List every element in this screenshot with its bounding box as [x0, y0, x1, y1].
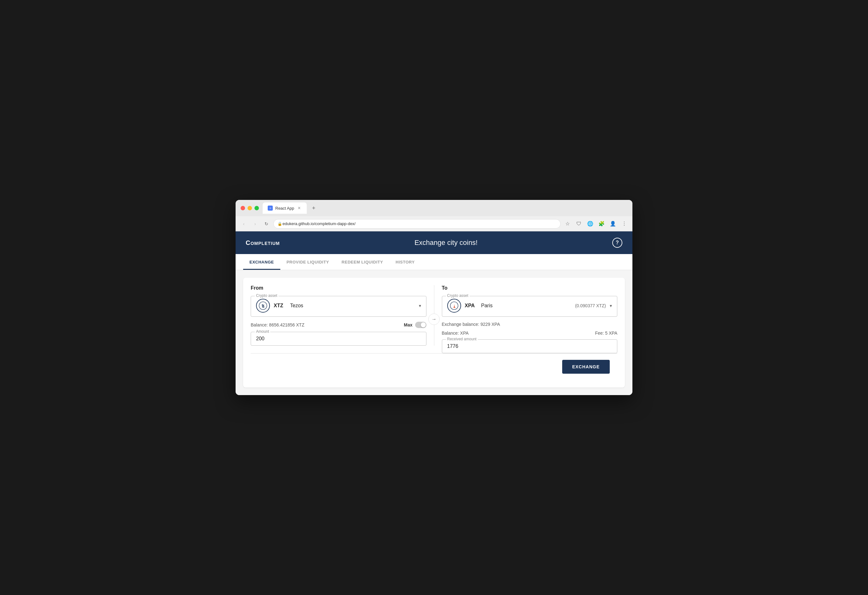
address-input[interactable]: 🔒 edukera.github.io/completium-dapp-dex/ [273, 219, 561, 228]
from-dropdown-arrow[interactable]: ▾ [419, 303, 421, 308]
to-balance: Balance: XPA [442, 331, 469, 336]
from-amount-legend: Amount [255, 329, 270, 334]
max-label: Max [404, 323, 412, 327]
vpn-icon[interactable]: 🌐 [586, 219, 595, 228]
exchange-footer: EXCHANGE [251, 353, 617, 380]
to-balance-row: Balance: XPA Fee: 5 XPA [442, 331, 618, 336]
tab-close-button[interactable]: ✕ [297, 206, 302, 211]
profile-icon[interactable]: 👤 [608, 219, 617, 228]
max-row: Max [404, 322, 426, 328]
maximize-button[interactable] [254, 206, 259, 210]
from-column: From Crypto asset ꜩ [251, 285, 434, 346]
to-asset-ticker: XPA [465, 303, 477, 309]
to-title: To [442, 285, 618, 291]
to-column: To Crypto asset 🗼 [434, 285, 618, 353]
exchange-card: From Crypto asset ꜩ [243, 278, 625, 387]
exchange-row: From Crypto asset ꜩ [251, 285, 617, 353]
from-asset-name: Tezos [290, 303, 415, 309]
tabs-bar: Exchange Provide Liquidity Redeem Liquid… [236, 254, 632, 270]
tab-bar: ⚛ React App ✕ + [263, 202, 627, 214]
from-asset-ticker: XTZ [274, 303, 286, 309]
forward-button[interactable]: › [251, 219, 260, 228]
to-crypto-asset-legend: Crypto asset [446, 293, 469, 298]
close-button[interactable] [241, 206, 245, 210]
from-asset-fieldset: Crypto asset ꜩ XTZ Te [251, 296, 427, 317]
new-tab-button[interactable]: + [309, 204, 318, 212]
from-amount-fieldset[interactable]: Amount 200 [251, 332, 427, 346]
traffic-lights [241, 206, 259, 210]
tab-history[interactable]: History [389, 254, 421, 270]
browser-window: ⚛ React App ✕ + ‹ › ↻ 🔒 edukera.github.i… [236, 200, 632, 395]
tab-exchange[interactable]: Exchange [243, 254, 280, 270]
extensions-icon[interactable]: 🧩 [597, 219, 606, 228]
toggle-knob [421, 323, 426, 327]
fee-text: Fee: 5 XPA [595, 331, 617, 336]
refresh-button[interactable]: ↻ [262, 219, 271, 228]
app-body: Exchange Provide Liquidity Redeem Liquid… [236, 254, 632, 395]
from-balance-row: Balance: 8656.421856 XTZ Max [251, 322, 427, 328]
minimize-button[interactable] [248, 206, 252, 210]
to-received-legend: Received amount [446, 337, 478, 341]
from-crypto-asset-legend: Crypto asset [255, 293, 278, 298]
tab-favicon: ⚛ [268, 206, 273, 211]
from-title: From [251, 285, 427, 291]
address-bar: ‹ › ↻ 🔒 edukera.github.io/completium-dap… [236, 216, 632, 231]
from-amount-value[interactable]: 200 [256, 335, 421, 342]
to-asset-select[interactable]: 🗼 XPA Paris (0.090377 XTZ) ▾ [447, 299, 612, 312]
app-title: Exchange city coins! [280, 239, 612, 247]
tab-redeem-liquidity[interactable]: Redeem Liquidity [335, 254, 390, 270]
browser-actions: ☆ 🛡 🌐 🧩 👤 ⋮ [563, 219, 629, 228]
back-button[interactable]: ‹ [239, 219, 248, 228]
exchange-balance: Exchange balance: 9229 XPA [442, 322, 618, 327]
to-asset-rate: (0.090377 XTZ) [575, 303, 606, 308]
browser-tab-active[interactable]: ⚛ React App ✕ [263, 202, 307, 214]
tab-label: React App [275, 206, 294, 211]
exchange-panel: From Crypto asset ꜩ [236, 270, 632, 395]
from-balance: Balance: 8656.421856 XTZ [251, 323, 304, 327]
help-button[interactable]: ? [612, 238, 622, 248]
tab-provide-liquidity[interactable]: Provide Liquidity [280, 254, 335, 270]
url-text: edukera.github.io/completium-dapp-dex/ [282, 221, 356, 226]
to-asset-name: Paris [481, 303, 571, 309]
to-asset-icon: 🗼 [447, 299, 461, 312]
svg-text:🗼: 🗼 [452, 304, 456, 308]
svg-text:ꜩ: ꜩ [262, 303, 264, 308]
from-asset-select[interactable]: ꜩ XTZ Tezos ▾ [256, 299, 421, 312]
swap-arrow[interactable]: → [428, 314, 440, 325]
from-asset-icon: ꜩ [256, 299, 270, 312]
max-toggle[interactable] [415, 322, 427, 328]
bookmark-button[interactable]: ☆ [563, 219, 572, 228]
menu-button[interactable]: ⋮ [620, 219, 629, 228]
app-logo: Completium [246, 239, 280, 246]
titlebar: ⚛ React App ✕ + [236, 200, 632, 216]
app-header: Completium Exchange city coins! ? [236, 231, 632, 254]
to-asset-fieldset: Crypto asset 🗼 XPA P [442, 296, 618, 317]
to-dropdown-arrow[interactable]: ▾ [610, 303, 612, 308]
lock-icon: 🔒 [278, 222, 282, 226]
exchange-button[interactable]: EXCHANGE [562, 360, 610, 374]
to-received-value: 1776 [447, 342, 612, 349]
shield-icon[interactable]: 🛡 [574, 219, 583, 228]
to-amount-fieldset: Received amount 1776 [442, 339, 618, 353]
